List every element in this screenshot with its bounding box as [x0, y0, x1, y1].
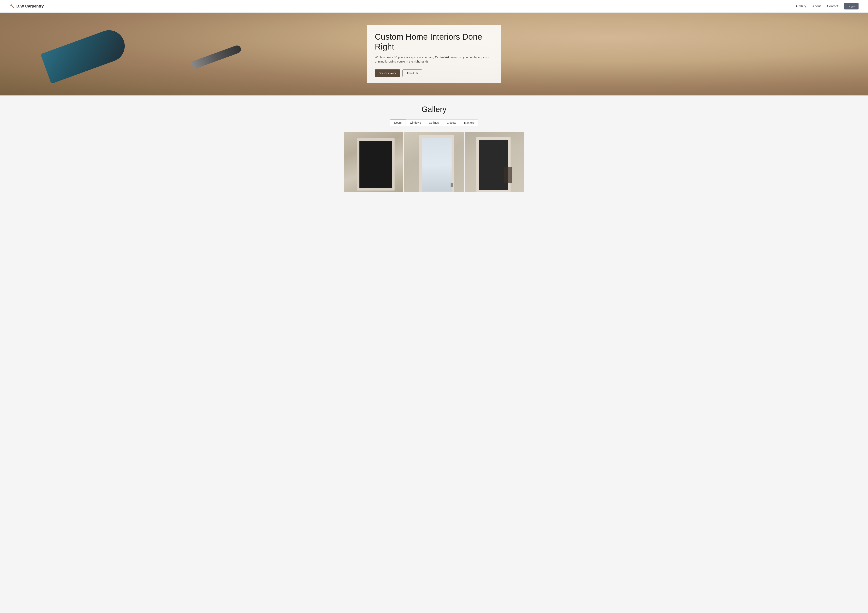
nav-gallery[interactable]: Gallery — [796, 5, 806, 8]
hero-title: Custom Home Interiors Done Right — [375, 32, 491, 52]
nav-about[interactable]: About — [812, 5, 821, 8]
tab-closets[interactable]: Closets — [443, 119, 460, 126]
door-image-3 — [465, 132, 524, 192]
see-our-work-button[interactable]: See Our Work — [375, 70, 400, 77]
door-image-2 — [404, 132, 463, 192]
hammer-icon: 🔨 — [9, 4, 15, 9]
gallery-image-1[interactable] — [344, 132, 403, 192]
door-image-1 — [344, 132, 403, 192]
gallery-section: Gallery Doors Windows Ceilings Closets M… — [0, 96, 868, 198]
tab-ceilings[interactable]: Ceilings — [425, 119, 443, 126]
tab-mantels[interactable]: Mantels — [460, 119, 478, 126]
brand-logo[interactable]: 🔨 D.W Carpentry — [9, 4, 44, 9]
gallery-tabs: Doors Windows Ceilings Closets Mantels — [0, 119, 868, 126]
tab-doors[interactable]: Doors — [390, 119, 406, 126]
gallery-image-2[interactable] — [404, 132, 463, 192]
hero-buttons: See Our Work About Us — [375, 70, 491, 77]
hero-subtitle: We have over 40 years of experience serv… — [375, 55, 491, 64]
tab-windows[interactable]: Windows — [406, 119, 425, 126]
gallery-grid — [339, 132, 529, 192]
hero-section: Custom Home Interiors Done Right We have… — [0, 12, 868, 96]
gallery-title: Gallery — [0, 105, 868, 114]
about-us-button[interactable]: About Us — [403, 70, 422, 77]
login-button[interactable]: Login — [844, 3, 859, 9]
hero-card: Custom Home Interiors Done Right We have… — [367, 25, 501, 83]
brand-name: D.W Carpentry — [16, 4, 44, 8]
nav-contact[interactable]: Contact — [827, 5, 838, 8]
nav-links: Gallery About Contact Login — [796, 3, 859, 9]
navbar: 🔨 D.W Carpentry Gallery About Contact Lo… — [0, 0, 868, 12]
gallery-image-3[interactable] — [465, 132, 524, 192]
